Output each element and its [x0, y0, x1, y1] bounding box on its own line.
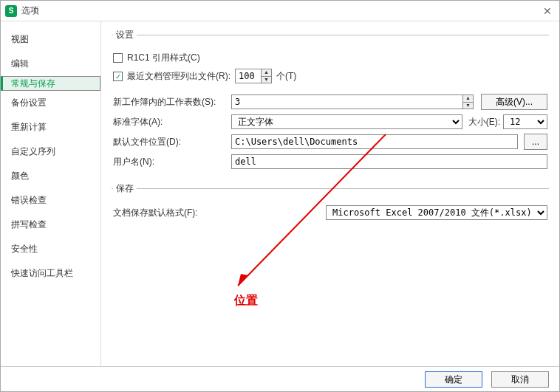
spin-up-icon[interactable]: ▲ [261, 69, 271, 77]
sidebar: 视图编辑常规与保存备份设置重新计算自定义序列颜色错误检查拼写检查安全性快速访问工… [1, 21, 101, 367]
font-select[interactable]: 正文字体 [231, 114, 462, 129]
sheets-label: 新工作簿内的工作表数(S): [113, 96, 231, 109]
save-group: 保存 文档保存默认格式(F): Microsoft Excel 2007/201… [112, 182, 549, 226]
sidebar-item-10[interactable]: 快速访问工具栏 [1, 261, 100, 286]
recent-label: 最近文档管理列出文件(R): [127, 70, 231, 83]
dialog-footer: 确定 取消 [1, 366, 559, 391]
sidebar-item-9[interactable]: 安全性 [1, 237, 100, 261]
format-select[interactable]: Microsoft Excel 2007/2010 文件(*.xlsx) [326, 205, 547, 220]
sidebar-item-4[interactable]: 重新计算 [1, 115, 100, 140]
annotation-text: 位置 [234, 293, 258, 309]
save-legend: 保存 [113, 182, 137, 195]
recent-checkbox[interactable]: ✓ [113, 72, 123, 81]
r1c1-label: R1C1 引用样式(C) [127, 52, 200, 64]
user-label: 用户名(N): [113, 156, 231, 168]
sidebar-item-2[interactable]: 常规与保存 [1, 76, 100, 91]
username-input[interactable] [231, 154, 547, 169]
default-path-input[interactable] [231, 134, 518, 149]
spin-down-icon[interactable]: ▼ [462, 103, 473, 109]
size-select[interactable]: 12 [503, 114, 547, 129]
sidebar-item-5[interactable]: 自定义序列 [1, 140, 100, 164]
path-label: 默认文件位置(D): [113, 136, 231, 148]
format-label: 文档保存默认格式(F): [113, 207, 231, 219]
content-panel: 设置 R1C1 引用样式(C) ✓ 最近文档管理列出文件(R): ▲▼ 个(T)… [101, 21, 559, 367]
settings-legend: 设置 [113, 29, 137, 41]
r1c1-checkbox[interactable] [113, 53, 123, 63]
advanced-button[interactable]: 高级(V)... [481, 94, 547, 110]
sidebar-item-0[interactable]: 视图 [1, 27, 100, 52]
sidebar-item-3[interactable]: 备份设置 [1, 91, 100, 115]
recent-unit: 个(T) [276, 70, 296, 83]
spin-up-icon[interactable]: ▲ [462, 95, 473, 103]
ok-button[interactable]: 确定 [425, 371, 482, 388]
svg-marker-1 [238, 274, 248, 286]
sheets-input[interactable] [231, 94, 474, 109]
sidebar-item-1[interactable]: 编辑 [1, 52, 100, 76]
sidebar-item-8[interactable]: 拼写检查 [1, 213, 100, 237]
window-title: 选项 [21, 4, 39, 17]
app-logo-icon: S [5, 5, 17, 17]
spin-down-icon[interactable]: ▼ [261, 77, 271, 83]
browse-button[interactable]: ... [524, 134, 547, 150]
sidebar-item-7[interactable]: 错误检查 [1, 188, 100, 213]
font-label: 标准字体(A): [113, 116, 231, 128]
settings-group: 设置 R1C1 引用样式(C) ✓ 最近文档管理列出文件(R): ▲▼ 个(T)… [112, 29, 549, 175]
titlebar: S 选项 ✕ [1, 1, 559, 21]
sidebar-item-6[interactable]: 颜色 [1, 164, 100, 188]
size-label: 大小(E): [468, 116, 500, 128]
close-icon[interactable]: ✕ [540, 4, 555, 18]
cancel-button[interactable]: 取消 [491, 371, 549, 388]
